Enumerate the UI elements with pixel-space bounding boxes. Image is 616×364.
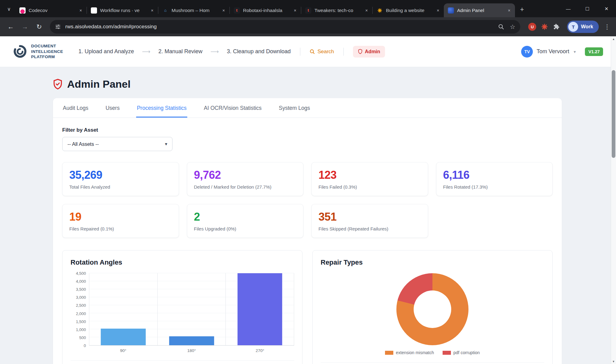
tab-title: Tweakers: tech-co [314, 8, 363, 13]
browser-tab[interactable]: Building a website× [373, 3, 444, 17]
tab-close-icon[interactable]: × [506, 7, 513, 14]
y-axis-tick-label: 4,000 [76, 279, 86, 284]
home-assistant-favicon: ⌂ [162, 7, 168, 14]
reload-icon[interactable]: ↻ [33, 20, 46, 33]
panel-tab[interactable]: Audit Logs [62, 98, 89, 118]
y-axis-tick-label: 2,000 [76, 311, 86, 316]
asset-filter-value: -- All Assets -- [67, 141, 99, 147]
donut-legend: extension mismatchpdf corruption [385, 350, 480, 355]
stat-card: 9,762Deleted / Marked for Deletion (27.7… [187, 162, 304, 196]
tab-close-icon[interactable]: × [149, 7, 156, 14]
bar-180° [169, 336, 214, 345]
window-close-icon[interactable]: × [597, 0, 616, 17]
browser-tab[interactable]: tRobotaxi-inhaalsla× [230, 3, 301, 17]
extensions-puzzle-icon[interactable] [553, 23, 560, 30]
filter-label: Filter by Asset [62, 127, 553, 133]
workflow-step-2[interactable]: 2. Manual Review [158, 48, 202, 55]
scroll-up-icon[interactable]: ▲ [611, 36, 616, 42]
y-axis-tick-label: 500 [79, 335, 86, 340]
browser-profile-chip[interactable]: T Work [567, 21, 599, 33]
tab-search-icon[interactable]: ∨ [4, 4, 14, 14]
nav-arrow-icon: ⟶ [210, 48, 219, 55]
tab-list: Codecov×Workflow runs · ve×⌂Mushroom – H… [15, 3, 515, 17]
page-shield-icon [53, 79, 63, 90]
window-minimize-icon[interactable]: — [559, 0, 578, 17]
workflow-step-3[interactable]: 3. Cleanup and Download [227, 48, 291, 55]
window-maximize-icon[interactable]: □ [578, 0, 597, 17]
legend-item[interactable]: pdf corruption [443, 350, 480, 355]
panel-body: Filter by Asset -- All Assets -- ▾ 35,26… [53, 118, 562, 364]
asset-filter-select[interactable]: -- All Assets -- ▾ [62, 137, 172, 151]
tab-close-icon[interactable]: × [435, 7, 441, 14]
panel-tab[interactable]: AI OCR/Vision Statistics [203, 98, 262, 118]
stat-label: Total Files Analyzed [69, 184, 172, 190]
nav-arrow-icon: ⟶ [142, 48, 150, 55]
window-controls: — □ × [559, 0, 616, 17]
stat-label: Files Failed (0.3%) [318, 184, 421, 190]
panel-tab[interactable]: System Logs [278, 98, 310, 118]
legend-item[interactable]: extension mismatch [385, 350, 434, 355]
profile-avatar: T [568, 22, 578, 32]
tweakers-favicon: t [305, 7, 311, 14]
site-settings-icon[interactable] [55, 24, 61, 30]
browser-tab[interactable]: tTweakers: tech-co× [301, 3, 372, 17]
app-logo[interactable]: DOCUMENT INTELLIGENCE PLATFORM [13, 43, 63, 60]
browser-toolbar: ← → ↻ rws.aisolvedata.com/admin#processi… [0, 17, 616, 36]
user-avatar: TV [521, 46, 533, 58]
panel-tab[interactable]: Users [105, 98, 120, 118]
stat-card: 6,116Files Rotated (17.3%) [436, 162, 553, 196]
ublock-extension-icon[interactable]: U [528, 23, 536, 31]
zoom-icon[interactable] [498, 24, 504, 30]
scroll-down-icon[interactable]: ▼ [611, 359, 616, 364]
admin-favicon [448, 7, 454, 14]
tab-close-icon[interactable]: × [363, 7, 370, 14]
tab-title: Robotaxi-inhaalsla [243, 8, 292, 13]
legend-swatch [385, 351, 393, 355]
header-divider [300, 48, 300, 56]
logo-text: DOCUMENT INTELLIGENCE PLATFORM [31, 43, 63, 60]
browser-tab[interactable]: Codecov× [15, 3, 87, 17]
user-menu-chevron-icon[interactable]: ▾ [573, 49, 576, 54]
back-icon[interactable]: ← [4, 20, 17, 33]
workflow-step-1[interactable]: 1. Upload and Analyze [79, 48, 134, 55]
x-axis-tick-label: 270° [226, 348, 294, 353]
stat-value: 19 [69, 210, 172, 223]
starburst-extension-icon[interactable] [541, 23, 548, 30]
stat-card: 2Files Upgraded (0%) [187, 204, 304, 238]
y-axis-tick-label: 1,500 [76, 319, 86, 324]
admin-badge-label: Admin [365, 49, 380, 54]
app-header: DOCUMENT INTELLIGENCE PLATFORM 1. Upload… [0, 36, 616, 67]
header-user-area: TV Tom Vervoort ▾ V1.27 [521, 46, 603, 58]
stat-label: Files Repaired (0.1%) [69, 226, 172, 231]
new-tab-button[interactable]: + [517, 4, 527, 15]
browser-tab[interactable]: ⌂Mushroom – Hom× [158, 3, 229, 17]
browser-tab[interactable]: Workflow runs · ve× [87, 3, 158, 17]
tab-close-icon[interactable]: × [220, 7, 227, 14]
url-text: rws.aisolvedata.com/admin#processing [65, 24, 498, 30]
legend-swatch [443, 351, 451, 355]
admin-panel-card: Audit LogsUsersProcessing StatisticsAI O… [53, 98, 562, 364]
search-link[interactable]: Search [310, 49, 334, 55]
legend-label: pdf corruption [453, 350, 480, 355]
select-chevron-icon: ▾ [165, 141, 167, 147]
page-scrollbar[interactable]: ▲ ▼ [611, 36, 616, 364]
scrollbar-thumb[interactable] [612, 70, 615, 158]
y-axis-tick-label: 1,000 [76, 327, 86, 332]
browser-tab-strip: ∨ Codecov×Workflow runs · ve×⌂Mushroom –… [0, 0, 616, 17]
panel-tab[interactable]: Processing Statistics [136, 98, 187, 118]
browser-tab[interactable]: Admin Panel× [444, 3, 515, 17]
charts-grid: Rotation Angles 05001,0001,5002,0002,500… [62, 250, 553, 364]
admin-badge[interactable]: Admin [353, 46, 385, 58]
stat-value: 9,762 [194, 169, 297, 182]
tab-close-icon[interactable]: × [77, 7, 84, 14]
version-badge: V1.27 [585, 47, 603, 56]
tab-close-icon[interactable]: × [292, 7, 298, 14]
rotation-table-row: 90° 1,032 [71, 360, 294, 364]
bookmark-star-icon[interactable]: ☆ [510, 23, 515, 30]
codecov-favicon [19, 7, 26, 14]
stat-card: 351Files Skipped (Repeated Failures) [311, 204, 428, 238]
forward-icon[interactable]: → [18, 20, 31, 33]
rotation-chart-title: Rotation Angles [71, 258, 294, 266]
url-bar[interactable]: rws.aisolvedata.com/admin#processing ☆ [50, 20, 520, 34]
browser-menu-icon[interactable]: ⋮ [602, 23, 612, 30]
